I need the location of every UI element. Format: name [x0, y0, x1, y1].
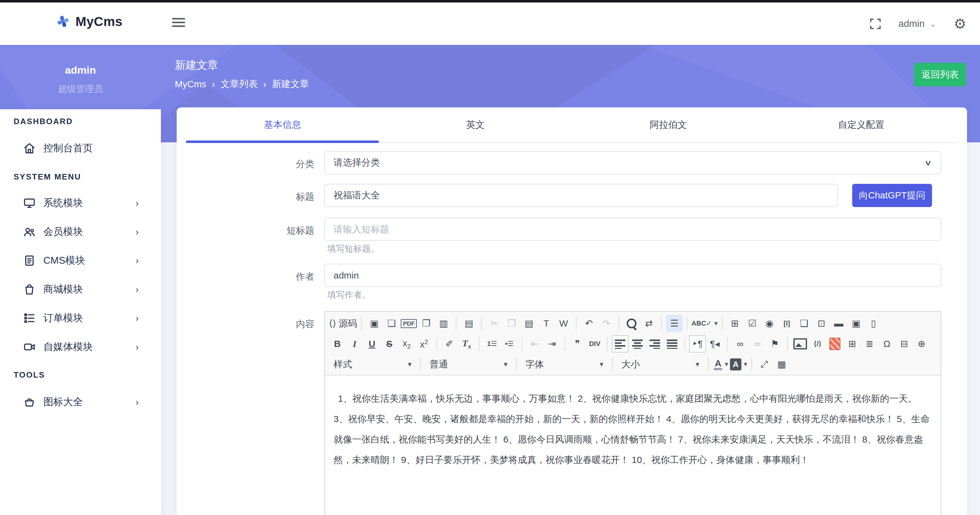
- page-break-button[interactable]: ⊟: [896, 335, 913, 352]
- text-direction-ltr-button[interactable]: ‣¶: [689, 335, 706, 352]
- blockquote-button[interactable]: ❞: [569, 335, 586, 352]
- size-combo[interactable]: 大小▾: [616, 358, 704, 371]
- checkbox-icon: ☑: [748, 319, 756, 328]
- show-blocks-icon: ▦: [777, 360, 786, 369]
- format-combo[interactable]: 普通▾: [425, 358, 512, 371]
- button-field-button[interactable]: ▬: [830, 315, 847, 332]
- div-container-button[interactable]: DIV: [586, 335, 603, 352]
- strikethrough-button[interactable]: S: [381, 335, 398, 352]
- copy-formatting-button[interactable]: ✐: [441, 335, 458, 352]
- checkbox-button[interactable]: ☑: [744, 315, 760, 332]
- text-direction-rtl-button[interactable]: ¶◂: [706, 335, 723, 352]
- text-color-button[interactable]: A▾: [713, 356, 729, 373]
- text-direction-rtl-icon: ¶◂: [710, 339, 719, 349]
- horizontal-rule-button[interactable]: ≣: [861, 335, 878, 352]
- breadcrumb-item[interactable]: 文章列表: [221, 78, 258, 90]
- sidebar-item-document[interactable]: CMS模块›: [0, 247, 161, 274]
- link-button[interactable]: ∞: [732, 335, 749, 352]
- user-menu[interactable]: admin ⌄: [899, 18, 936, 29]
- spellcheck-button[interactable]: ABC✓▾: [691, 315, 718, 332]
- align-right-button[interactable]: [646, 335, 663, 352]
- fullscreen-icon[interactable]: [870, 18, 881, 30]
- iframe-button[interactable]: ⊕: [913, 335, 930, 352]
- background-color-button[interactable]: A▾: [730, 356, 747, 373]
- sidebar-item-shopping-bag[interactable]: 商城模块›: [0, 276, 161, 302]
- templates-icon: ▤: [465, 319, 473, 328]
- blockquote-icon: ❞: [575, 339, 580, 349]
- source-code-button[interactable]: ⟨⟩源码: [329, 315, 357, 332]
- print-button[interactable]: ▥: [435, 315, 452, 332]
- tab-阿拉伯文[interactable]: 阿拉伯文: [572, 107, 765, 142]
- back-to-list-button[interactable]: 返回列表: [914, 63, 966, 86]
- order-list-icon: [22, 311, 37, 325]
- settings-gear-icon[interactable]: ⚙: [954, 17, 966, 31]
- tab-英文[interactable]: 英文: [379, 107, 572, 142]
- insert-image-icon: [794, 338, 807, 349]
- sidebar-item-video-camera[interactable]: 自媒体模块›: [0, 334, 161, 360]
- sidebar-item-order-list[interactable]: 订单模块›: [0, 305, 161, 331]
- text-color-icon: A: [714, 359, 722, 370]
- code-snippet-button[interactable]: ⟨/⟩: [809, 335, 826, 352]
- editor-content-area[interactable]: 1、祝你生活美满幸福，快乐无边，事事顺心，万事如意！ 2、祝你健康快乐忘忧，家庭…: [325, 375, 941, 515]
- select-all-button[interactable]: ☰: [666, 315, 682, 332]
- insert-table-button[interactable]: ⊞: [844, 335, 861, 352]
- bold-button[interactable]: B: [329, 335, 346, 352]
- spellcheck-icon: ABC✓: [691, 320, 712, 327]
- font-combo[interactable]: 字体▾: [520, 358, 608, 371]
- align-justify-button[interactable]: [664, 335, 681, 352]
- sidebar-toggle-button[interactable]: [172, 18, 185, 29]
- underline-button[interactable]: U: [364, 335, 380, 352]
- insert-media-button[interactable]: [827, 335, 843, 352]
- remove-format-button[interactable]: Tx: [458, 335, 475, 352]
- cut-button: ✂: [486, 315, 503, 332]
- insert-image-button[interactable]: [792, 335, 808, 352]
- show-blocks-button[interactable]: ▦: [773, 356, 790, 373]
- subscript-button[interactable]: x2: [398, 335, 415, 352]
- italic-button[interactable]: I: [346, 335, 363, 352]
- select-field-button[interactable]: ⊡: [813, 315, 830, 332]
- sidebar-item-users[interactable]: 会员模块›: [0, 219, 161, 245]
- tab-自定义配置[interactable]: 自定义配置: [765, 107, 958, 142]
- templates-button[interactable]: ▤: [460, 315, 477, 332]
- author-input[interactable]: [324, 264, 941, 287]
- sidebar-item-basket[interactable]: 图标大全›: [0, 389, 161, 415]
- new-page-button[interactable]: ❏: [383, 315, 400, 332]
- chevron-down-icon: ▾: [725, 360, 728, 368]
- paste-as-text-button[interactable]: T: [538, 315, 555, 332]
- category-select[interactable]: 请选择分类 ∨: [324, 151, 941, 174]
- indent-button[interactable]: ⇥: [544, 335, 560, 352]
- title-input[interactable]: [324, 184, 838, 207]
- sidebar-item-monitor[interactable]: 系统模块›: [0, 190, 161, 216]
- image-button-button[interactable]: ▣: [848, 315, 865, 332]
- styles-combo[interactable]: 样式▾: [329, 358, 417, 371]
- sidebar-item-home[interactable]: 控制台首页: [0, 135, 161, 161]
- align-center-icon: [632, 339, 643, 349]
- brand-logo[interactable]: MyCms: [55, 13, 123, 30]
- bulleted-list-button[interactable]: •☰: [501, 335, 518, 352]
- tab-基本信息[interactable]: 基本信息: [186, 107, 379, 142]
- hidden-field-button[interactable]: ▯: [865, 315, 882, 332]
- paste-button[interactable]: ▤: [520, 315, 537, 332]
- text-field-button[interactable]: [I]: [778, 315, 795, 332]
- paste-from-word-button[interactable]: W: [555, 315, 572, 332]
- find-button[interactable]: [623, 315, 640, 332]
- replace-button[interactable]: ⇄: [641, 315, 657, 332]
- short-title-input[interactable]: [324, 218, 941, 241]
- anchor-button[interactable]: ⚑: [767, 335, 783, 352]
- align-left-button[interactable]: [612, 335, 628, 352]
- maximize-button[interactable]: ⤢: [756, 356, 773, 373]
- numbered-list-button[interactable]: 1☰: [484, 335, 500, 352]
- radio-button[interactable]: ◉: [761, 315, 778, 332]
- align-center-button[interactable]: [629, 335, 646, 352]
- preview-button[interactable]: ❐: [418, 315, 434, 332]
- radio-icon: ◉: [765, 319, 773, 328]
- form-button[interactable]: ⊞: [727, 315, 743, 332]
- save-button[interactable]: ▣: [366, 315, 382, 332]
- superscript-button[interactable]: x2: [415, 335, 432, 352]
- ask-chatgpt-button[interactable]: 向ChatGPT提问: [852, 184, 932, 207]
- export-pdf-button[interactable]: PDF: [401, 315, 417, 332]
- undo-button[interactable]: ↶: [581, 315, 597, 332]
- breadcrumb-item[interactable]: MyCms: [175, 79, 207, 89]
- special-character-button[interactable]: Ω: [878, 335, 895, 352]
- textarea-button[interactable]: ❑: [796, 315, 813, 332]
